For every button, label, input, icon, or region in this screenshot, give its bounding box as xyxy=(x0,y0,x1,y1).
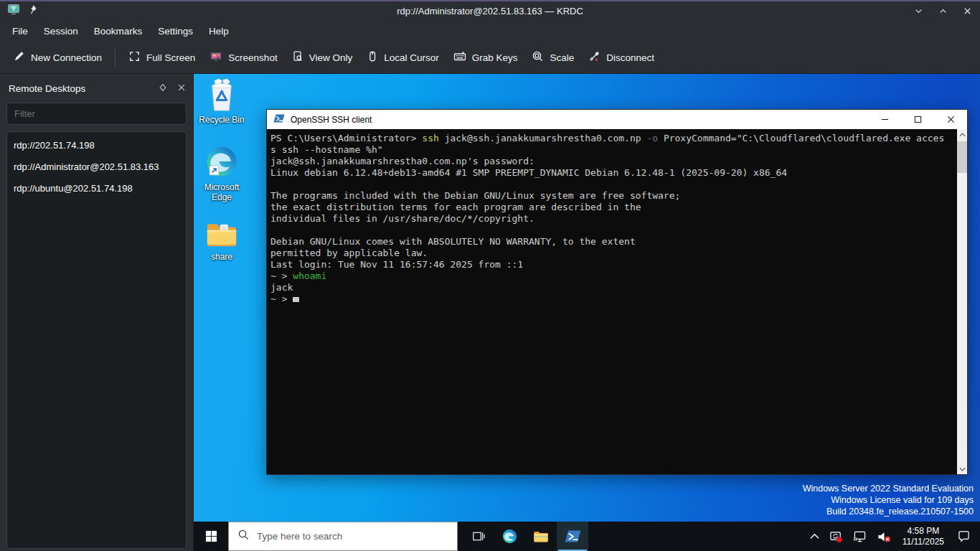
menu-settings[interactable]: Settings xyxy=(150,22,201,40)
disconnect-icon xyxy=(588,50,600,65)
menu-help[interactable]: Help xyxy=(201,22,237,40)
terminal-line xyxy=(270,179,956,190)
scrollbar-thumb[interactable] xyxy=(957,141,967,173)
terminal-titlebar[interactable]: OpenSSH SSH client xyxy=(267,110,967,129)
system-tray: 4:58 PM 11/11/2025 xyxy=(805,522,980,551)
scroll-up-arrow[interactable] xyxy=(957,129,967,140)
tray-expand-button[interactable] xyxy=(805,522,824,551)
terminal-maximize-button[interactable] xyxy=(901,110,934,129)
clock-date: 11/11/2025 xyxy=(903,537,944,547)
desktop-icon-label: Microsoft Edge xyxy=(198,182,245,202)
local-cursor-button[interactable]: Local Cursor xyxy=(359,44,446,70)
terminal-line: ~ > xyxy=(270,293,956,305)
terminal-minimize-button[interactable] xyxy=(868,110,901,129)
terminal-body[interactable]: PS C:\Users\Administrator> ssh jack@ssh.… xyxy=(267,129,967,474)
connection-item[interactable]: rdp://ubuntu@202.51.74.198 xyxy=(7,178,186,199)
desktop-icon-recycle-bin[interactable]: Recycle Bin xyxy=(194,78,253,125)
full-screen-button[interactable]: Full Screen xyxy=(121,44,202,70)
terminal-scrollbar[interactable] xyxy=(957,129,967,474)
full-screen-icon xyxy=(128,50,141,65)
terminal-line: PS C:\Users\Administrator> ssh jack@ssh.… xyxy=(270,133,956,144)
search-icon xyxy=(238,529,249,543)
watermark-line: Windows Server 2022 Standard Evaluation xyxy=(803,483,974,494)
disconnect-label: Disconnect xyxy=(606,52,654,63)
edge-icon xyxy=(194,144,253,180)
view-only-button[interactable]: View Only xyxy=(285,44,360,70)
pin-icon[interactable] xyxy=(27,4,37,17)
krdc-app-icon xyxy=(7,3,20,19)
desktop-icon-label: Recycle Bin xyxy=(194,115,253,125)
window-controls xyxy=(913,5,973,17)
scale-label: Scale xyxy=(550,52,574,63)
disconnect-button[interactable]: Disconnect xyxy=(581,44,661,70)
action-center-button[interactable] xyxy=(951,522,980,551)
menu-file[interactable]: File xyxy=(4,22,36,40)
taskbar-edge-button[interactable] xyxy=(494,522,525,551)
terminal-line: jack@ssh.janakkumarshrestha0.com.np's pa… xyxy=(270,156,956,167)
menu-session[interactable]: Session xyxy=(36,22,86,40)
edge-taskbar-icon xyxy=(501,528,518,545)
toolbar-separator xyxy=(115,48,116,67)
menu-bookmarks[interactable]: Bookmarks xyxy=(86,22,151,40)
terminal-close-button[interactable] xyxy=(934,110,967,129)
terminal-line: s ssh --hostname %h" xyxy=(270,144,956,156)
view-only-icon xyxy=(292,50,303,65)
sync-status-icon[interactable] xyxy=(824,522,848,551)
scroll-down-arrow[interactable] xyxy=(957,463,967,474)
taskbar-search-box[interactable] xyxy=(228,522,458,551)
float-panel-icon[interactable] xyxy=(159,82,167,95)
filter-input[interactable] xyxy=(6,103,187,125)
windows-logo-icon xyxy=(205,530,217,542)
connection-item[interactable]: rdp://202.51.74.198 xyxy=(7,135,186,156)
powershell-taskbar-icon xyxy=(565,528,581,545)
connection-item[interactable]: rdp://Administrator@202.51.83.163 xyxy=(7,156,186,178)
full-screen-label: Full Screen xyxy=(146,52,195,63)
file-explorer-icon xyxy=(533,529,549,544)
clock-time: 4:58 PM xyxy=(903,526,944,537)
task-view-button[interactable] xyxy=(462,522,494,551)
terminal-line xyxy=(270,225,956,236)
remote-desktops-panel: Remote Desktops rdp://202.51.74.198 rdp:… xyxy=(0,74,194,551)
recycle-bin-icon xyxy=(194,78,253,113)
toolbar: New Connection Full Screen Screenshot Vi… xyxy=(0,42,980,74)
watermark-line: Windows License valid for 109 days xyxy=(803,494,974,506)
terminal-line: Last login: Tue Nov 11 16:57:46 2025 fro… xyxy=(270,259,956,270)
share-folder-icon xyxy=(194,220,253,250)
windows-taskbar: 4:58 PM 11/11/2025 xyxy=(194,522,980,551)
window-title: rdp://Administrator@202.51.83.163 — KRDC xyxy=(0,6,980,17)
windows-watermark: Windows Server 2022 Standard Evaluation … xyxy=(803,483,974,517)
close-button[interactable] xyxy=(961,5,973,17)
search-input[interactable] xyxy=(257,531,436,542)
terminal-line: ~ > whoami xyxy=(270,270,956,282)
terminal-line: individual files in /usr/share/doc/*/cop… xyxy=(270,213,956,225)
tray-clock[interactable]: 4:58 PM 11/11/2025 xyxy=(896,526,951,547)
desktop-icon-share[interactable]: share xyxy=(194,220,253,262)
close-panel-icon[interactable] xyxy=(177,82,186,95)
titlebar-left xyxy=(7,3,37,19)
terminal-line: Linux debian 6.12.48+deb13-amd64 #1 SMP … xyxy=(270,167,956,179)
desktop-icon-label: share xyxy=(194,252,253,262)
minimize-button[interactable] xyxy=(913,5,924,17)
screenshot-button[interactable]: Screenshot xyxy=(202,44,284,71)
taskbar-file-explorer-button[interactable] xyxy=(525,522,557,551)
taskbar-powershell-button[interactable] xyxy=(557,522,588,551)
new-connection-button[interactable]: New Connection xyxy=(6,44,109,70)
openssh-terminal-window[interactable]: OpenSSH SSH client PS C:\Users\Administr… xyxy=(266,109,968,475)
terminal-line: the exact distribution terms for each pr… xyxy=(270,202,956,213)
local-cursor-label: Local Cursor xyxy=(384,52,439,63)
local-cursor-icon xyxy=(367,50,378,65)
remote-desktop-view[interactable]: Recycle Bin Microsoft Edge xyxy=(194,74,980,551)
start-button[interactable] xyxy=(194,522,228,551)
grab-keys-button[interactable]: Grab Keys xyxy=(446,44,525,71)
desktop-icon-microsoft-edge[interactable]: Microsoft Edge xyxy=(194,144,253,202)
maximize-button[interactable] xyxy=(937,5,948,17)
new-connection-label: New Connection xyxy=(31,52,102,63)
screenshot-icon xyxy=(209,50,222,65)
menubar: File Session Bookmarks Settings Help xyxy=(0,20,980,42)
network-icon[interactable] xyxy=(848,522,872,551)
connections-list: rdp://202.51.74.198 rdp://Administrator@… xyxy=(6,131,187,549)
scale-button[interactable]: Scale xyxy=(524,44,581,70)
volume-muted-icon[interactable] xyxy=(872,522,896,551)
krdc-titlebar: rdp://Administrator@202.51.83.163 — KRDC xyxy=(0,0,980,20)
grab-keys-icon xyxy=(453,50,466,65)
